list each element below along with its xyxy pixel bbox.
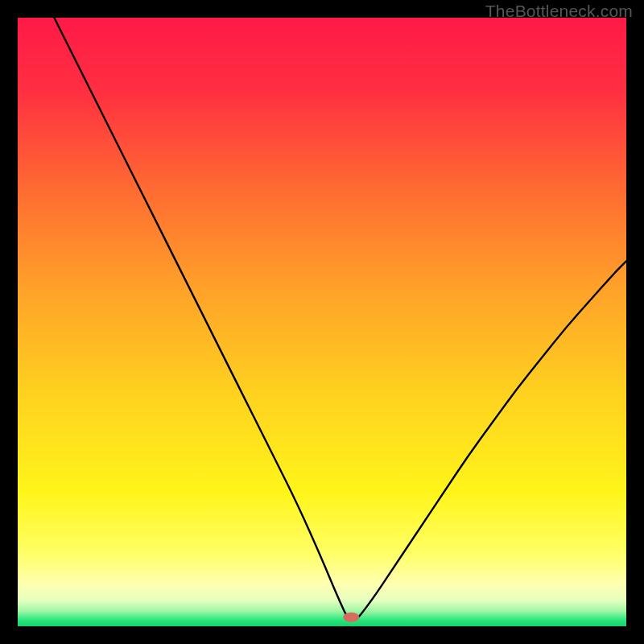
chart-area	[18, 18, 626, 626]
gradient-background	[18, 18, 626, 626]
outer-frame: TheBottleneck.com	[0, 0, 644, 644]
bottleneck-chart	[18, 18, 626, 626]
minimum-marker	[343, 613, 359, 622]
